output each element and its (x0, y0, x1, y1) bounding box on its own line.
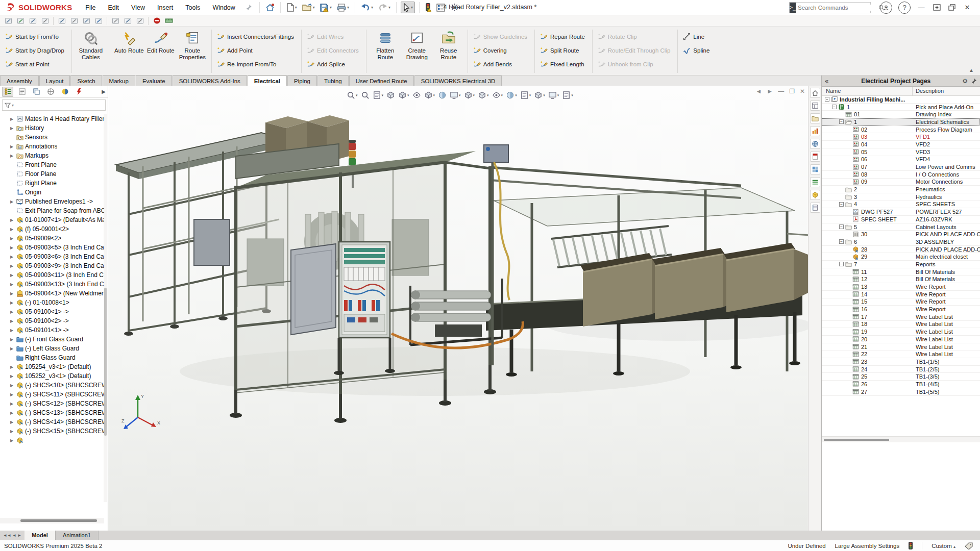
tree-item[interactable]: ▶(-) Left Glass Guard (0, 344, 104, 353)
terminal-strip-icon[interactable] (134, 16, 145, 26)
expand-arrow-icon[interactable]: ▶ (10, 383, 16, 388)
collapse-expander-icon[interactable]: − (839, 119, 844, 124)
tree-item[interactable]: ▶05-09003<6> (3 Inch End Cap Le (0, 252, 104, 261)
account-icon[interactable] (880, 2, 892, 14)
tab-solidworks-electrical-3d[interactable]: SOLIDWORKS Electrical 3D (414, 76, 502, 86)
tree-item[interactable]: Right Glass Guard (0, 353, 104, 362)
project-page-row[interactable]: 06VFD4 (822, 156, 980, 164)
tree-horizontal-scrollbar[interactable] (0, 518, 104, 523)
undo-icon[interactable]: ▾ (359, 3, 375, 12)
tree-item[interactable]: ▶05-09003<11> (3 Inch End Cap Le (0, 270, 104, 280)
scene-icon[interactable]: ▾ (449, 90, 462, 101)
project-page-row[interactable]: −7Reports (822, 261, 980, 268)
cube-icon[interactable] (810, 190, 820, 200)
collapse-expander-icon[interactable]: − (839, 239, 844, 244)
expand-arrow-icon[interactable]: ▶ (10, 420, 16, 424)
repair-route-button[interactable]: Repair Route (538, 30, 589, 43)
project-page-row[interactable]: 02Process Flow Diagram (822, 126, 980, 134)
start-by-from-to-button[interactable]: Start by From/To (3, 30, 68, 43)
graphics-viewport[interactable]: ▾▾▾▾▾▾▾▾▾▾▾▾▾ ◄ ► ― ❐ ✕ Y X Z (108, 86, 808, 531)
project-page-row[interactable]: −Industrial Filling Machi... (822, 96, 980, 104)
motion-icon[interactable]: ▾ (519, 90, 532, 101)
expand-arrow-icon[interactable]: ▶ (10, 218, 16, 222)
tree-item[interactable]: ▶History (0, 123, 104, 133)
hide-all-types-icon[interactable]: ▾ (491, 90, 504, 101)
tree-item[interactable]: Floor Plane (0, 169, 104, 179)
project-page-row[interactable]: 28PICK AND PLACE ADD-ON (822, 246, 980, 254)
project-page-row[interactable]: −4SPEC SHEETS (822, 201, 980, 209)
project-page-row[interactable]: −1Pick and Place Add-On (822, 104, 980, 111)
globe-icon[interactable] (810, 139, 820, 149)
tree-item[interactable]: ▶01-01007<1> (Default<As Machi (0, 215, 104, 224)
project-page-row[interactable]: 24TB1-(2/5) (822, 366, 980, 373)
expand-arrow-icon[interactable]: ▶ (10, 255, 16, 259)
expand-arrow-icon[interactable]: ▶ (10, 392, 16, 397)
help-icon[interactable]: ? (898, 2, 911, 14)
print-icon[interactable]: ▾ (335, 3, 351, 13)
project-page-row[interactable]: 21Wire Label List (822, 343, 980, 351)
no-entry-icon[interactable] (151, 16, 162, 26)
redo-icon[interactable]: ▾ (377, 3, 392, 12)
panel-expand-icon[interactable]: ▶ (102, 89, 108, 94)
fixed-length-button[interactable]: Fixed Length (538, 57, 589, 71)
project-page-row[interactable]: 2Pneumatics (822, 186, 980, 193)
tree-item[interactable]: ▶05-09003<13> (3 Inch End Cap Le (0, 280, 104, 289)
expand-arrow-icon[interactable]: ▶ (10, 328, 16, 333)
project-page-row[interactable]: 23TB1-(1/5) (822, 358, 980, 366)
route-properties-button[interactable]: Route Properties (177, 29, 208, 74)
project-page-row[interactable]: 25TB1-(3/5) (822, 373, 980, 381)
connector-icon[interactable] (81, 16, 92, 26)
auto-route-button[interactable]: Auto Route (113, 29, 145, 74)
appearance-icon[interactable] (437, 90, 448, 101)
add-point-button[interactable]: Add Point (215, 43, 298, 57)
tree-item[interactable]: ▶(-) 01-01008<1> (0, 298, 104, 307)
view-orientation-icon[interactable]: ▾ (463, 90, 476, 101)
component-move-icon[interactable]: ▾ (533, 90, 546, 101)
standard-cables-button[interactable]: Standard Cables (75, 29, 107, 74)
create-drawing-button[interactable]: Create Drawing (401, 29, 433, 74)
split-route-button[interactable]: Split Route (538, 43, 589, 57)
filter-caret-icon[interactable]: ▾ (12, 103, 14, 108)
project-page-row[interactable]: 14Wire Report (822, 291, 980, 298)
chart-icon[interactable] (810, 126, 820, 136)
project-page-row[interactable]: −1Electrical Schematics (822, 118, 980, 126)
start-by-drag-drop-button[interactable]: Start by Drag/Drop (3, 43, 68, 57)
feature-manager-tab[interactable] (2, 87, 13, 97)
tree-item[interactable]: ▶05-09101<1> -> (0, 325, 104, 335)
tab-sketch[interactable]: Sketch (70, 76, 102, 86)
section-view-icon[interactable] (385, 90, 396, 101)
blue-grid-icon[interactable] (810, 164, 820, 174)
select-cursor-icon[interactable]: ▾ (401, 2, 415, 13)
line-button[interactable]: Line (681, 30, 714, 43)
open-icon[interactable]: ▾ (301, 3, 316, 13)
measure-icon[interactable] (39, 16, 51, 26)
search-input[interactable] (796, 5, 878, 11)
collapse-expander-icon[interactable]: − (832, 105, 837, 109)
tree-item[interactable]: Front Plane (0, 160, 104, 169)
spline-button[interactable]: Spline (681, 43, 714, 57)
expand-arrow-icon[interactable]: ▶ (10, 402, 16, 406)
cabinet-tool-icon[interactable] (122, 16, 133, 26)
expand-arrow-icon[interactable]: ▶ (10, 337, 16, 342)
search-commands-box[interactable]: >_ ▾ (789, 2, 871, 13)
project-page-row[interactable]: 18Wire Label List (822, 321, 980, 329)
electrical-manager-tab[interactable] (74, 87, 85, 97)
tab-electrical[interactable]: Electrical (248, 76, 287, 86)
project-page-row[interactable]: DWGDWG PF527POWERFLEX 527 (822, 208, 980, 216)
expand-arrow-icon[interactable]: ▶ (10, 346, 16, 351)
panel-settings-gear-icon[interactable]: ⚙ (962, 78, 968, 85)
tree-item[interactable]: Right Plane (0, 179, 104, 188)
expand-arrow-icon[interactable]: ▶ (10, 273, 16, 278)
configuration-manager-tab[interactable] (31, 87, 42, 97)
expand-arrow-icon[interactable]: ▶ (10, 411, 16, 415)
project-page-row[interactable]: 07Low Power and Comms (822, 163, 980, 171)
expand-arrow-icon[interactable]: ▶ (10, 374, 16, 379)
viewport-dock-right-icon[interactable]: ► (767, 88, 773, 95)
restore-button[interactable] (944, 2, 960, 14)
tree-item[interactable]: ▶AAnnotations (0, 142, 104, 151)
add-splice-button[interactable]: Add Splice (305, 57, 363, 71)
re-import-from-to-button[interactable]: Re-Import From/To (215, 57, 298, 71)
tree-item[interactable]: Exit Plane for Soap from ABCO A (0, 206, 104, 215)
location-grid-icon[interactable] (27, 16, 38, 26)
route-doc-icon[interactable] (3, 16, 14, 26)
